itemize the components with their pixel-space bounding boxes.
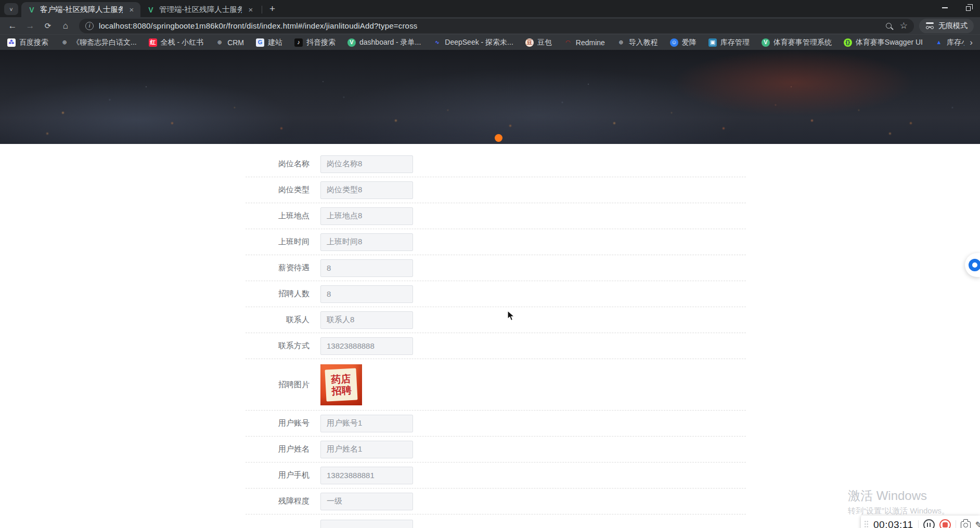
- field-label: 用户账号: [246, 418, 316, 428]
- annotate-pen-icon[interactable]: ✎: [975, 520, 980, 528]
- globe-icon: ⊕: [215, 38, 224, 47]
- bookmark-item[interactable]: V 体育赛事管理系统: [762, 38, 832, 47]
- bookmark-label: 导入教程: [629, 38, 658, 47]
- inventory-icon: ▣: [708, 38, 717, 47]
- recruit-image-text: 药店招聘: [325, 368, 357, 401]
- field-label: 残障程度: [246, 496, 316, 506]
- incognito-icon: [925, 22, 934, 29]
- browser-toolbar: ← → ⟳ ⌂ i localhost:8080/springboote1m86…: [0, 17, 980, 34]
- url-text[interactable]: localhost:8080/springboote1m86k0r/front/…: [99, 21, 881, 30]
- form-row: 招聘人数 8: [246, 281, 746, 307]
- tab-bar: ˅ V 客户端-社区残障人士服务平台 × V 管理端-社区残障人士服务平台 × …: [0, 0, 980, 17]
- bookmark-item[interactable]: ∿ DeepSeek - 探索未...: [433, 38, 513, 47]
- tab-title: 客户端-社区残障人士服务平台: [40, 5, 123, 15]
- deepseek-icon: ∿: [433, 38, 441, 47]
- field-label: 联系方式: [246, 341, 316, 351]
- tab-client[interactable]: V 客户端-社区残障人士服务平台 ×: [21, 2, 140, 17]
- recruit-image[interactable]: 药店招聘: [320, 364, 362, 405]
- bookmark-star-icon[interactable]: ☆: [900, 20, 908, 31]
- stop-recording-button[interactable]: [939, 519, 951, 528]
- bookmark-item[interactable]: G 建站: [256, 38, 282, 47]
- bookmark-label: 豆包: [537, 38, 552, 47]
- form-row: 用户姓名 用户姓名1: [246, 437, 746, 463]
- reload-icon: ⟳: [45, 21, 51, 31]
- text-input[interactable]: 岗位类型8: [320, 181, 413, 199]
- field-label: 联系人: [246, 315, 316, 325]
- minimize-button[interactable]: [933, 0, 957, 16]
- tab-list-chevron-button[interactable]: ˅: [4, 3, 18, 15]
- bookmark-item[interactable]: {} 体育赛事Swagger UI: [844, 38, 923, 47]
- bookmark-item[interactable]: ⊕ 导入教程: [617, 38, 658, 47]
- bookmark-item[interactable]: 豆 豆包: [525, 38, 552, 47]
- bookmark-item[interactable]: 红 全栈 - 小红书: [149, 38, 203, 47]
- text-input[interactable]: 上班时间8: [320, 233, 413, 251]
- carousel-active-dot[interactable]: [495, 134, 502, 142]
- bookmark-label: DeepSeek - 探索未...: [445, 38, 513, 47]
- text-input[interactable]: 岗位名称8: [320, 155, 413, 173]
- bookmark-item[interactable]: ▣ 库存管理: [708, 38, 750, 47]
- vue-sports-icon: V: [762, 38, 770, 47]
- home-button[interactable]: ⌂: [57, 19, 74, 33]
- form-row: 上班时间 上班时间8: [246, 229, 746, 255]
- xiaohongshu-icon: 红: [149, 38, 157, 47]
- address-bar[interactable]: i localhost:8080/springboote1m86k0r/fron…: [79, 19, 914, 33]
- restore-button[interactable]: [957, 0, 980, 16]
- form-row: 用户账号 用户账号1: [246, 411, 746, 437]
- form-row: 联系人 联系人8: [246, 307, 746, 333]
- drag-handle-icon[interactable]: [864, 520, 869, 528]
- vue-dashboard-icon: V: [347, 38, 356, 47]
- page-info-icon[interactable]: i: [85, 22, 94, 30]
- form-row: 岗位类型 岗位类型8: [246, 177, 746, 203]
- text-input[interactable]: 13823888888: [320, 337, 413, 355]
- back-icon: ←: [8, 21, 17, 31]
- text-input[interactable]: 13823888881: [320, 467, 413, 484]
- field-label: 上班地点: [246, 211, 316, 221]
- text-input[interactable]: 8: [320, 259, 413, 277]
- bookmark-item[interactable]: ☺ 爱降: [670, 38, 697, 47]
- forward-button[interactable]: →: [22, 19, 38, 33]
- bookmark-item[interactable]: V dashboard - 录单...: [347, 38, 421, 47]
- text-input[interactable]: [320, 520, 413, 528]
- bookmark-label: dashboard - 录单...: [359, 38, 421, 47]
- bookmark-item[interactable]: ⊕ CRM: [215, 38, 244, 47]
- bookmark-item[interactable]: ♪ 抖音搜索: [294, 38, 336, 47]
- text-input[interactable]: 用户账号1: [320, 415, 413, 432]
- back-button[interactable]: ←: [4, 19, 21, 33]
- home-icon: ⌂: [63, 21, 68, 31]
- field-label: 招聘人数: [246, 289, 316, 299]
- hero-carousel: [0, 50, 980, 144]
- bookmark-item[interactable]: ⊕ 《聊斋志异白话文...: [60, 38, 137, 47]
- zoom-icon[interactable]: [886, 23, 892, 29]
- close-tab-icon[interactable]: ×: [246, 5, 255, 14]
- field-label: 用户姓名: [246, 444, 316, 454]
- tab-admin[interactable]: V 管理端-社区残障人士服务平台 ×: [140, 2, 260, 17]
- pause-recording-button[interactable]: [923, 519, 935, 528]
- new-tab-button[interactable]: +: [264, 3, 280, 15]
- form-row: 联系方式 13823888888: [246, 333, 746, 359]
- text-input[interactable]: 用户姓名1: [320, 441, 413, 458]
- form-row: 招聘图片 药店招聘: [246, 359, 746, 411]
- field-label: 上班时间: [246, 237, 316, 247]
- aijiang-icon: ☺: [670, 38, 678, 47]
- bookmark-item[interactable]: ◠ Redmine: [564, 38, 605, 47]
- bookmark-label: 库存小程序: [947, 38, 964, 47]
- bookmark-label: 爱降: [682, 38, 697, 47]
- douyin-icon: ♪: [294, 38, 303, 47]
- close-tab-icon[interactable]: ×: [127, 5, 136, 14]
- minimize-icon: [942, 7, 948, 8]
- chevron-down-icon: ˅: [9, 6, 12, 12]
- text-input[interactable]: 一级: [320, 493, 413, 510]
- bookmark-label: CRM: [227, 38, 244, 47]
- bookmark-label: 体育赛事管理系统: [773, 38, 832, 47]
- text-input[interactable]: 联系人8: [320, 311, 413, 329]
- form-row: 残障程度 一级: [246, 489, 746, 514]
- bookmark-item[interactable]: ⁂ 百度搜索: [7, 38, 48, 47]
- screenshot-camera-icon[interactable]: [961, 521, 971, 528]
- text-input[interactable]: 8: [320, 285, 413, 303]
- screen-recorder-toolbar: 00:03:11 ✎: [861, 516, 980, 528]
- bookmark-item[interactable]: ▲ 库存小程序: [935, 38, 964, 47]
- bookmarks-overflow-chevron[interactable]: ›: [970, 37, 973, 48]
- reload-button[interactable]: ⟳: [40, 19, 56, 33]
- bookmarks-bar: ⁂ 百度搜索 ⊕ 《聊斋志异白话文... 红 全栈 - 小红书 ⊕ CRM G …: [0, 34, 980, 50]
- text-input[interactable]: 上班地点8: [320, 207, 413, 225]
